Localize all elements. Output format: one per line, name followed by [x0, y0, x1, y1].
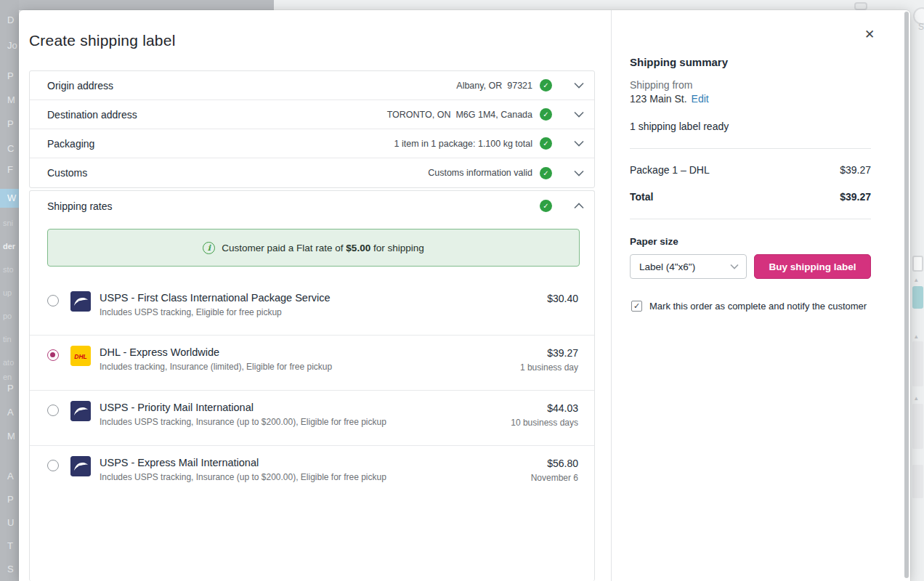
caret-fragment-icon: ▴: [915, 276, 918, 283]
package-line-label: Package 1 – DHL: [630, 164, 710, 176]
radio-unselected[interactable]: [47, 460, 59, 471]
check-circle-icon: ✓: [540, 79, 552, 92]
section-label: Packaging: [47, 138, 94, 150]
chevron-down-icon[interactable]: [574, 139, 584, 149]
package-line-amount: $39.27: [840, 164, 871, 176]
accordion-section-destination-address[interactable]: Destination address TORONTO, ON M6G 1M4,…: [30, 100, 594, 129]
chevron-down-icon[interactable]: [574, 81, 584, 91]
background-page-right-edge: S ▴ ▴ ▴: [910, 0, 924, 581]
rate-details: Includes USPS tracking, Insurance (up to…: [100, 472, 531, 482]
rates-list: USPS - First Class International Package…: [30, 281, 594, 500]
accordion-section-origin-address[interactable]: Origin address Albany, OR 97321 ✓: [30, 71, 594, 100]
sidebar-item-fragment: T: [7, 540, 13, 551]
mark-complete-row: ✓ Mark this order as complete and notify…: [630, 301, 871, 312]
divider: [630, 148, 871, 149]
banner-amount: $5.00: [346, 243, 370, 253]
background-letter-fragment: S: [918, 22, 924, 32]
buy-shipping-label-button[interactable]: Buy shipping label: [754, 254, 871, 279]
sidebar-item-fragment: M: [7, 431, 15, 442]
section-label: Destination address: [47, 109, 137, 121]
sidebar-item-fragment: P: [7, 383, 14, 394]
divider: [630, 219, 871, 219]
shipping-from-address: 123 Main St.Edit: [630, 92, 871, 106]
chevron-down-icon[interactable]: [574, 110, 584, 120]
section-label: Origin address: [47, 80, 113, 92]
background-topstrip-dark-segment: [0, 0, 274, 10]
banner-text-prefix: Customer paid a Flat rate of: [222, 243, 346, 253]
accordion-section-packaging[interactable]: Packaging 1 item in 1 package: 1.100 kg …: [30, 129, 594, 158]
rate-name: DHL - Express Worldwide: [100, 346, 520, 358]
check-circle-icon: ✓: [540, 108, 552, 121]
create-shipping-label-modal: Create shipping label ✕ Origin address A…: [19, 10, 910, 581]
sidebar-item-active-fragment: W: [0, 189, 19, 208]
sidebar-item-fragment: C: [7, 143, 14, 154]
chevron-up-icon[interactable]: [574, 201, 584, 211]
section-status-text: TORONTO, ON M6G 1M4, Canada: [387, 110, 532, 120]
sidebar-item-fragment: F: [7, 164, 13, 175]
banner-text: Customer paid a Flat rate of $5.00 for s…: [222, 243, 423, 253]
chevron-down-icon[interactable]: [574, 168, 584, 178]
sidebar-item-fragment: A: [7, 471, 14, 482]
sidebar-item-fragment: Jo: [7, 40, 17, 51]
rate-eta: November 6: [531, 473, 578, 483]
mark-complete-checkbox[interactable]: ✓: [631, 301, 642, 312]
sidebar-subitem-fragment: up: [3, 288, 12, 297]
rate-option-usps-express[interactable]: USPS - Express Mail International Includ…: [30, 446, 594, 500]
rate-name: USPS - First Class International Package…: [100, 292, 547, 304]
rate-eta: 10 business days: [511, 418, 578, 428]
radio-selected[interactable]: [47, 349, 59, 361]
page-title: Create shipping label: [29, 32, 176, 49]
accordion-section-shipping-rates[interactable]: Shipping rates ✓: [30, 191, 594, 221]
banner-text-suffix: for shipping: [370, 243, 424, 253]
section-status-text: 1 item in 1 package: 1.100 kg total: [394, 139, 532, 149]
background-block-fragment: [912, 404, 923, 449]
background-teal-button-fragment: [912, 286, 923, 309]
sidebar-subitem-fragment: ato: [3, 358, 14, 367]
edit-address-link[interactable]: Edit: [692, 93, 709, 105]
section-status-text: Customs information valid: [428, 168, 532, 178]
section-label: Shipping rates: [47, 200, 113, 212]
rate-eta: 1 business day: [520, 362, 578, 373]
check-circle-icon: ✓: [540, 167, 552, 179]
svg-text:DHL: DHL: [74, 353, 86, 360]
usps-logo-icon: [70, 456, 91, 476]
rate-details: Includes tracking, Insurance (limited), …: [100, 362, 520, 372]
accordion-section-customs[interactable]: Customs Customs information valid ✓: [30, 158, 594, 187]
paper-size-select[interactable]: Label (4"x6"): [630, 254, 747, 279]
sidebar-subitem-fragment: sto: [3, 265, 14, 274]
radio-unselected[interactable]: [47, 405, 59, 416]
caret-fragment-icon: ▴: [915, 394, 918, 402]
background-block-fragment: [912, 465, 923, 498]
sidebar-subitem-fragment: sni: [3, 219, 13, 227]
package-line: Package 1 – DHL $39.27: [630, 164, 871, 176]
check-circle-icon: ✓: [540, 137, 552, 150]
radio-unselected[interactable]: [47, 295, 59, 306]
label-steps-accordion: Origin address Albany, OR 97321 ✓ Destin…: [29, 70, 595, 188]
check-circle-icon: ✓: [540, 200, 552, 212]
admin-sidebar-partial: D Jo P M P C F W sni der sto up po tin a…: [0, 0, 19, 581]
sidebar-item-fragment: D: [7, 15, 14, 25]
modal-scrollbar[interactable]: [904, 12, 909, 578]
rate-name: USPS - Express Mail International: [100, 457, 531, 468]
sidebar-item-fragment: U: [7, 517, 14, 528]
sidebar-item-fragment: P: [7, 494, 14, 505]
background-button-fragment: [912, 256, 923, 272]
usps-logo-icon: [70, 401, 91, 421]
sidebar-subitem-fragment: tin: [3, 335, 12, 344]
total-amount: $39.27: [840, 191, 871, 203]
rate-name: USPS - Priority Mail International: [100, 402, 511, 413]
sidebar-item-fragment: A: [7, 407, 14, 418]
rate-option-dhl-express[interactable]: DHL DHL - Express Worldwide Includes tra…: [30, 336, 594, 391]
shipping-rates-section: Shipping rates ✓ i Customer paid a Flat …: [29, 190, 595, 581]
sidebar-subitem-fragment: der: [3, 242, 15, 251]
mark-complete-label: Mark this order as complete and notify t…: [649, 301, 867, 312]
background-block-fragment: [912, 341, 923, 386]
total-line: Total $39.27: [630, 191, 871, 203]
rate-option-usps-first-class[interactable]: USPS - First Class International Package…: [30, 281, 594, 336]
rate-option-usps-priority[interactable]: USPS - Priority Mail International Inclu…: [30, 391, 594, 446]
sidebar-item-fragment: M: [7, 94, 15, 105]
section-label: Customs: [47, 167, 87, 179]
sidebar-item-fragment: S: [7, 564, 14, 574]
dhl-logo-icon: DHL: [70, 346, 91, 366]
rate-details: Includes USPS tracking, Eligible for fre…: [100, 307, 547, 317]
